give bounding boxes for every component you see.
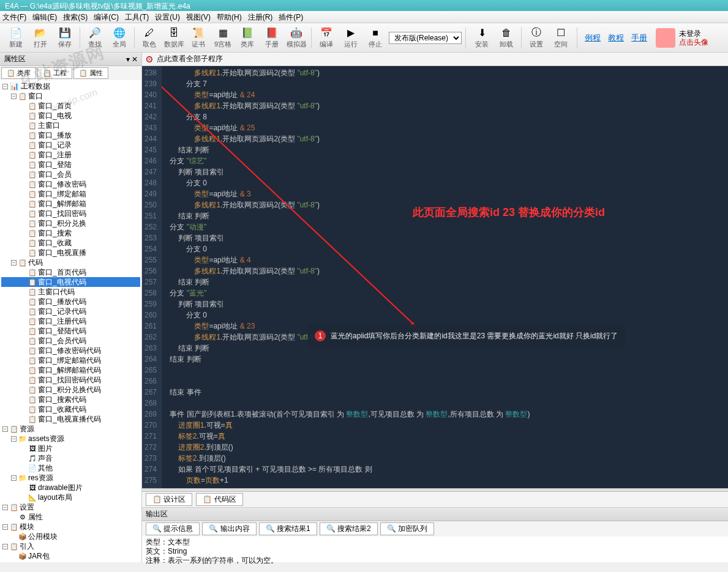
toolbar-button-保存[interactable]: 💾保存	[53, 26, 77, 50]
pin-icon[interactable]: ▾ ✕	[126, 55, 138, 64]
tree-item[interactable]: 🖼图片	[1, 444, 140, 453]
toolbar-button-取色[interactable]: 🖊取色	[137, 26, 162, 50]
toolbar-button-空间[interactable]: ☐空间	[549, 26, 573, 50]
tree-item[interactable]: 📋窗口_记录	[1, 140, 140, 150]
help-link[interactable]: 教程	[608, 32, 624, 43]
view-tab[interactable]: 📋 代码区	[196, 493, 242, 506]
toolbar-button-查找[interactable]: 🔎查找	[83, 26, 107, 50]
tree-item[interactable]: 📋窗口_收藏	[1, 238, 140, 248]
tree-item[interactable]: 📋窗口_绑定邮箱代码	[1, 355, 140, 365]
tree-item[interactable]: 📋窗口_找回密码	[1, 209, 140, 218]
side-tab[interactable]: 📋 工程	[37, 67, 72, 79]
tree-item[interactable]: 📋窗口_注册代码	[1, 316, 140, 326]
tree-item[interactable]: −📁res资源	[1, 473, 140, 483]
toolbar-button-编译[interactable]: 📅编译	[314, 26, 339, 50]
output-header: 输出区	[142, 508, 728, 521]
help-link[interactable]: 手册	[631, 32, 647, 43]
tree-item[interactable]: 📋窗口_电视	[1, 111, 140, 121]
tree-item[interactable]: −📋模块	[1, 522, 140, 532]
output-tab[interactable]: 🔍 搜索结果1	[259, 522, 317, 535]
tree-item[interactable]: 📋窗口_修改密码代码	[1, 346, 140, 355]
tree-item[interactable]: 📐layout布局	[1, 492, 140, 502]
menu-item[interactable]: 工具(T)	[125, 13, 149, 21]
tree-item[interactable]: 📋窗口_首页代码	[1, 267, 140, 277]
toolbar-button-全局[interactable]: 🌐全局	[107, 26, 132, 50]
menu-item[interactable]: 设置(U)	[155, 13, 180, 21]
tree-item[interactable]: −📋窗口	[1, 91, 140, 101]
tree-item[interactable]: −📋引入	[1, 541, 140, 551]
tree-item[interactable]: 📋窗口_会员	[1, 169, 140, 179]
tree-item[interactable]: 📋窗口_解绑邮箱代码	[1, 365, 140, 375]
code-editor[interactable]: 2382392402412422432442452462472482492502…	[142, 66, 728, 488]
tree-item[interactable]: 📋窗口_解绑邮箱	[1, 199, 140, 209]
help-link[interactable]: 例程	[585, 32, 601, 43]
tree-item[interactable]: 🖼drawable图片	[1, 483, 140, 492]
tree-item[interactable]: 📋主窗口代码	[1, 287, 140, 297]
tree-item[interactable]: 📋窗口_电视代码	[1, 277, 140, 287]
build-mode-combo[interactable]: 发布版(Release)	[389, 32, 462, 44]
menu-item[interactable]: 文件(F)	[2, 13, 26, 21]
menu-item[interactable]: 编译(C)	[94, 13, 119, 21]
toolbar-button-设置[interactable]: ⓘ设置	[524, 26, 549, 50]
tree-item[interactable]: 📦公用模块	[1, 532, 140, 541]
project-tree[interactable]: −📊 工程数据−📋窗口📋窗口_首页📋窗口_电视📋主窗口📋窗口_播放📋窗口_记录📋…	[0, 80, 141, 562]
toolbar-button-模拟器[interactable]: 🤖模拟器	[284, 26, 309, 50]
tree-item[interactable]: −📋资源	[1, 424, 140, 434]
tree-item[interactable]: 📋窗口_登陆	[1, 160, 140, 169]
menu-item[interactable]: 帮助(H)	[217, 13, 242, 21]
tree-item[interactable]: 🎵声音	[1, 453, 140, 463]
toolbar-button-停止[interactable]: ■停止	[363, 26, 388, 50]
tree-item[interactable]: 📋窗口_会员代码	[1, 336, 140, 346]
toolbar-button-证书[interactable]: 📜证书	[186, 26, 211, 50]
tree-item[interactable]: 📋主窗口	[1, 121, 140, 130]
tree-item[interactable]: −📋代码	[1, 258, 140, 267]
tree-item[interactable]: 📋窗口_播放代码	[1, 297, 140, 306]
avatar[interactable]	[656, 28, 675, 48]
tree-root[interactable]: −📊 工程数据	[1, 81, 140, 91]
tree-item[interactable]: 📋窗口_积分兑换	[1, 218, 140, 228]
tree-item[interactable]: 📋窗口_电视直播代码	[1, 414, 140, 424]
toolbar-button-类库[interactable]: 📗类库	[235, 26, 260, 50]
toolbar-button-卸载[interactable]: 🗑卸载	[494, 26, 519, 50]
tree-item[interactable]: 📋窗口_修改密码	[1, 179, 140, 189]
menu-item[interactable]: 视图(V)	[186, 13, 211, 21]
toolbar-button-9宫格[interactable]: ▦9宫格	[211, 26, 235, 50]
tree-item[interactable]: 📋窗口_电视直播	[1, 248, 140, 258]
toolbar-button-手册[interactable]: 📕手册	[260, 26, 284, 50]
tree-item[interactable]: 📦JAR包	[1, 551, 140, 561]
tree-item[interactable]: −📁assets资源	[1, 434, 140, 444]
menu-item[interactable]: 注册(R)	[248, 13, 273, 21]
tree-item[interactable]: 📦SO库	[1, 561, 140, 562]
tree-item[interactable]: 📋窗口_绑定邮箱	[1, 189, 140, 199]
toolbar-button-打开[interactable]: 📂打开	[28, 26, 53, 50]
tree-item[interactable]: 📋窗口_注册	[1, 150, 140, 160]
menu-item[interactable]: 搜索(S)	[63, 13, 88, 21]
editor-breadcrumb[interactable]: ⮿ 点此查看全部子程序	[142, 53, 728, 66]
side-tab[interactable]: 📋 类库	[1, 67, 36, 79]
tree-item[interactable]: 📋窗口_搜索代码	[1, 395, 140, 404]
menu-item[interactable]: 插件(P)	[279, 13, 303, 21]
side-tab[interactable]: 📋 属性	[73, 67, 108, 79]
toolbar-button-数据库[interactable]: 🗄数据库	[162, 26, 186, 50]
tree-item[interactable]: 📋窗口_播放	[1, 130, 140, 140]
tree-item[interactable]: 📄其他	[1, 463, 140, 473]
tree-item[interactable]: 📋窗口_收藏代码	[1, 404, 140, 414]
output-tab[interactable]: 🔍 搜索结果2	[320, 522, 378, 535]
menu-item[interactable]: 编辑(E)	[32, 13, 57, 21]
output-tab[interactable]: 🔍 输出内容	[202, 522, 256, 535]
tree-item[interactable]: 📋窗口_搜索	[1, 228, 140, 238]
toolbar-button-新建[interactable]: 📄新建	[4, 26, 28, 50]
view-tab[interactable]: 📋 设计区	[146, 493, 192, 506]
tree-item[interactable]: 📋窗口_积分兑换代码	[1, 385, 140, 395]
tree-item[interactable]: 📋窗口_首页	[1, 101, 140, 111]
output-tab[interactable]: 🔍 提示信息	[146, 522, 200, 535]
tree-item[interactable]: 📋窗口_登陆代码	[1, 326, 140, 336]
tree-item[interactable]: ⚙属性	[1, 512, 140, 522]
tree-item[interactable]: 📋窗口_记录代码	[1, 306, 140, 316]
toolbar-button-安装[interactable]: ⬇安装	[470, 26, 494, 50]
toolbar-button-运行[interactable]: ▶运行	[339, 26, 363, 50]
tree-item[interactable]: 📋窗口_找回密码代码	[1, 375, 140, 385]
output-tab[interactable]: 🔍 加密队列	[380, 522, 434, 535]
login-status[interactable]: 未登录点击头像	[679, 29, 708, 46]
tree-item[interactable]: −📋设置	[1, 502, 140, 512]
